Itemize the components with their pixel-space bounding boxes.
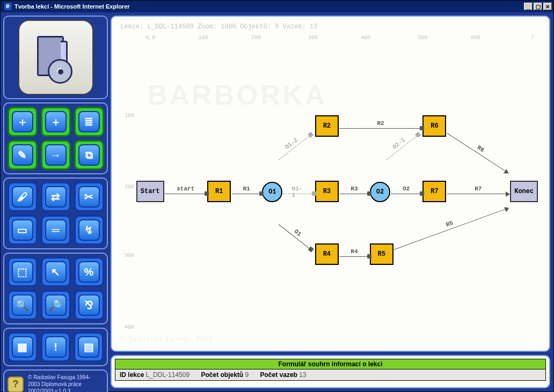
form-row: ID lekce L_DDL-114509 Počet objektů 9 Po… <box>115 369 546 381</box>
edge-r2-r6[interactable]: R2 <box>339 128 422 129</box>
link-label: Počet vazeb <box>260 371 297 379</box>
tool-highlight-error[interactable]: ! <box>41 332 71 362</box>
tool-list-items[interactable]: ≣ <box>74 107 104 137</box>
zoom-percent-icon: ⅋ <box>85 300 93 310</box>
add-lesson-icon: ＋ <box>17 116 28 127</box>
node-r5[interactable]: R5 <box>370 243 393 265</box>
tool-group-1: ＋＋≣✎→⧉ <box>3 102 108 174</box>
edge-o1-r3[interactable]: O1-1 <box>283 194 314 194</box>
node-start[interactable]: Start <box>136 181 164 202</box>
node-r1[interactable]: R1 <box>207 181 231 202</box>
tool-overview[interactable]: ▦ <box>8 332 38 362</box>
node-r6[interactable]: R6 <box>422 115 446 137</box>
ruler-x: 0,0 100 200 300 400 500 600 7 <box>134 35 541 42</box>
pointer-icon: ↖ <box>51 267 60 277</box>
edge-o1-r2[interactable]: O1-2 <box>278 135 310 160</box>
edge-o2-r7[interactable]: O2 <box>391 194 422 194</box>
tool-swap[interactable]: ⇄ <box>41 182 71 212</box>
form-title: Formulář souhrn informací o lekci <box>115 359 546 369</box>
graph: Start R1 O1 R2 R3 R4 O2 R <box>134 43 541 342</box>
minimize-button[interactable]: _ <box>524 3 533 10</box>
edge-o2-r6[interactable]: O2-1 <box>386 135 418 160</box>
copyright: © Radoslav Fasuga 1994- 2003 Diplomová p… <box>28 374 90 392</box>
layer-icon: ▭ <box>17 225 27 235</box>
edge-start-r1[interactable]: start <box>165 194 207 194</box>
canvas-card: Lekce: L_DDL-114509 Zoom: 100% Objektů: … <box>111 16 550 352</box>
link-items-icon: → <box>50 150 61 160</box>
report-icon: ▤ <box>84 342 94 352</box>
tool-align[interactable]: ═ <box>41 215 71 245</box>
cut-icon: ✂ <box>84 191 93 202</box>
node-r7[interactable]: R7 <box>422 181 446 202</box>
tool-clone-item[interactable]: ⧉ <box>74 140 104 170</box>
node-end[interactable]: Konec <box>510 181 538 202</box>
edge-o1-r4[interactable]: O1 <box>278 224 310 249</box>
list-items-icon: ≣ <box>84 116 93 127</box>
canvas-status: Lekce: L_DDL-114509 Zoom: 100% Objektů: … <box>115 20 546 32</box>
tool-select-path[interactable]: ↯ <box>74 215 104 245</box>
logo-card <box>3 16 108 99</box>
add-item-icon: ＋ <box>50 116 61 127</box>
node-r4[interactable]: R4 <box>315 243 339 265</box>
pointer-area-icon: ⬚ <box>17 267 27 277</box>
tool-zoom-in[interactable]: 🔍 <box>8 290 38 320</box>
ruler-y: 100 200 300 400 <box>120 43 134 342</box>
paint-icon: 🖌 <box>17 191 28 202</box>
tool-layer[interactable]: ▭ <box>8 215 38 245</box>
tool-group-4: ▦!▤ <box>3 328 108 366</box>
id-value: L_DDL-114509 <box>146 371 189 379</box>
zoom-out-icon: 🔎 <box>49 300 62 310</box>
select-path-icon: ↯ <box>84 225 93 235</box>
tool-cut[interactable]: ✂ <box>74 182 104 212</box>
obj-value: 9 <box>245 371 249 379</box>
id-label: ID lekce <box>120 371 144 379</box>
titlebar: Tvorba lekcí - Microsoft Internet Explor… <box>1 1 553 12</box>
tool-percent-list[interactable]: % <box>74 257 104 287</box>
node-r2[interactable]: R2 <box>315 115 339 137</box>
tool-report[interactable]: ▤ <box>74 332 104 362</box>
tool-link-items[interactable]: → <box>41 140 71 170</box>
sidebar: ＋＋≣✎→⧉ 🖌⇄✂▭═↯ ⬚↖%🔍🔎⅋ ▦!▤ ? © Radoslav Fa… <box>1 12 111 391</box>
node-o2[interactable]: O2 <box>370 182 390 202</box>
edge-r4-r5[interactable]: R4 <box>339 256 369 257</box>
tool-group-2: 🖌⇄✂▭═↯ <box>3 177 108 249</box>
node-o1[interactable]: O1 <box>262 182 282 202</box>
edge-r6-end[interactable]: R6 <box>447 133 509 173</box>
help-icon[interactable]: ? <box>8 376 24 393</box>
form-card: Formulář souhrn informací o lekci ID lek… <box>111 355 550 388</box>
edge-r3-o2[interactable]: R3 <box>339 194 369 194</box>
overview-icon: ▦ <box>17 342 27 352</box>
window-title: Tvorba lekcí - Microsoft Internet Explor… <box>14 3 130 10</box>
highlight-error-icon: ! <box>54 342 57 352</box>
ie-icon <box>4 2 12 11</box>
tool-add-lesson[interactable]: ＋ <box>8 107 38 137</box>
tool-edit-lesson[interactable]: ✎ <box>8 140 38 170</box>
tool-pointer-area[interactable]: ⬚ <box>8 257 38 287</box>
edge-r1-o1[interactable]: R1 <box>232 194 261 194</box>
maximize-button[interactable]: ▢ <box>534 3 542 10</box>
zoom-in-icon: 🔍 <box>16 300 29 310</box>
edit-lesson-icon: ✎ <box>18 150 27 160</box>
footer-card: ? © Radoslav Fasuga 1994- 2003 Diplomová… <box>3 369 108 392</box>
align-icon: ═ <box>52 225 59 235</box>
main: Lekce: L_DDL-114509 Zoom: 100% Objektů: … <box>111 12 553 391</box>
window: Tvorba lekcí - Microsoft Internet Explor… <box>0 0 554 392</box>
tool-zoom-percent[interactable]: ⅋ <box>74 290 104 320</box>
obj-label: Počet objektů <box>201 371 243 379</box>
tool-group-3: ⬚↖%🔍🔎⅋ <box>3 253 108 324</box>
tool-zoom-out[interactable]: 🔎 <box>41 290 71 320</box>
app-frame: ＋＋≣✎→⧉ 🖌⇄✂▭═↯ ⬚↖%🔍🔎⅋ ▦!▤ ? © Radoslav Fa… <box>1 12 553 391</box>
canvas[interactable]: Lekce: L_DDL-114509 Zoom: 100% Objektů: … <box>115 20 546 347</box>
swap-icon: ⇄ <box>51 191 60 202</box>
clone-item-icon: ⧉ <box>85 150 93 160</box>
link-value: 13 <box>299 371 306 379</box>
node-r3[interactable]: R3 <box>315 181 339 202</box>
tool-pointer[interactable]: ↖ <box>41 257 71 287</box>
close-button[interactable]: ✕ <box>543 3 552 10</box>
app-logo[interactable] <box>18 20 93 95</box>
tool-add-item[interactable]: ＋ <box>41 107 71 137</box>
tool-paint[interactable]: 🖌 <box>8 182 38 212</box>
edge-r7-end[interactable]: R7 <box>447 194 509 194</box>
percent-list-icon: % <box>84 267 94 277</box>
edge-r5-end[interactable]: R5 <box>394 208 509 250</box>
